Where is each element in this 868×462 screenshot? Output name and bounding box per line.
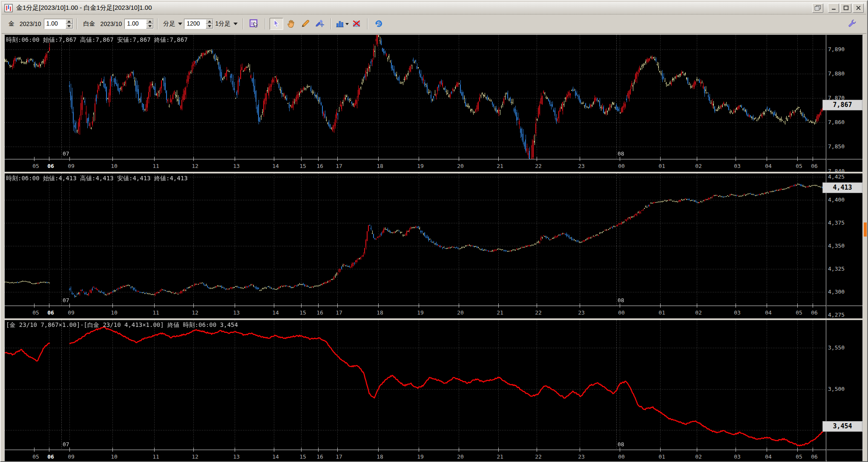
- time-tick-label: 06: [47, 163, 54, 169]
- gold-multiplier-spinner[interactable]: [66, 19, 73, 29]
- time-tick-label: 15: [299, 453, 306, 460]
- time-tick: [419, 450, 419, 452]
- marker-tool-button[interactable]: [313, 18, 327, 30]
- time-tick: [767, 306, 767, 308]
- platinum-chart-canvas[interactable]: [5, 173, 826, 306]
- gold-chart-canvas[interactable]: [5, 35, 826, 159]
- price-tick-label: 7,880: [828, 70, 845, 77]
- marker-crosshair-icon: [315, 19, 325, 29]
- time-tick: [318, 159, 319, 161]
- time-tick: [112, 450, 113, 452]
- hide-chart-button[interactable]: [350, 18, 363, 30]
- chevron-down-icon: [345, 23, 349, 25]
- time-tick-label: 19: [417, 163, 424, 169]
- time-tick: [49, 306, 49, 308]
- chart-style-button[interactable]: [335, 18, 349, 30]
- time-tick-label: 19: [417, 453, 424, 460]
- spin-down-button[interactable]: [66, 24, 73, 29]
- gold-multiplier-value[interactable]: 1.00: [44, 19, 66, 29]
- time-tick: [235, 159, 235, 161]
- maximize-button[interactable]: [840, 3, 851, 13]
- time-tick-label: 22: [535, 163, 542, 169]
- reload-button[interactable]: R: [372, 18, 385, 30]
- spin-up-button[interactable]: [206, 19, 213, 24]
- time-tick-label: 22: [535, 309, 542, 316]
- time-tick: [337, 450, 338, 452]
- time-tick-label: 05: [796, 453, 802, 460]
- time-tick-label: 15: [299, 309, 306, 316]
- time-tick: [697, 306, 697, 308]
- time-tick-label: 10: [111, 163, 118, 169]
- axis-border-line: [827, 159, 862, 159]
- platinum-info-text: 時刻:06:00 始値:4,413 高値:4,413 安値:4,413 終値:4…: [6, 175, 188, 182]
- bar-count-spinner[interactable]: [206, 19, 213, 29]
- time-tick-label: 02: [695, 163, 702, 169]
- time-tick: [34, 450, 34, 452]
- restore-layout-button[interactable]: [812, 3, 823, 13]
- draw-tool-button[interactable]: [299, 18, 312, 30]
- platinum-chart-plot[interactable]: 時刻:06:00 始値:4,413 高値:4,413 安値:4,413 終値:4…: [5, 173, 826, 306]
- time-tick-label: 01: [658, 309, 665, 316]
- price-tick-label: 4,425: [828, 173, 845, 180]
- close-button[interactable]: [853, 3, 864, 13]
- spin-down-button[interactable]: [146, 24, 153, 29]
- time-tick-label: 10: [111, 309, 118, 316]
- bar-count-spinbox[interactable]: 1200: [184, 19, 213, 29]
- spread-chart-plot[interactable]: [金 23/10 7,867×1.00]-[白金 23/10 4,413×1.0…: [5, 320, 826, 450]
- time-tick: [34, 306, 34, 308]
- price-tick-label: 4,375: [828, 219, 845, 226]
- minimize-button[interactable]: [828, 3, 839, 13]
- bar-count-value[interactable]: 1200: [184, 19, 206, 29]
- platinum-multiplier-spinner[interactable]: [146, 19, 153, 29]
- time-tick: [813, 306, 813, 308]
- platinum-multiplier-spinbox[interactable]: 1.00: [124, 19, 154, 29]
- time-tick: [697, 159, 697, 161]
- gold-chart-plot[interactable]: 時刻:06:00 始値:7,867 高値:7,867 安値:7,867 終値:7…: [5, 35, 826, 159]
- time-tick-label: 13: [233, 163, 240, 169]
- bar-interval-dropdown[interactable]: 1分足: [215, 20, 238, 28]
- time-tick-label: 11: [152, 453, 159, 460]
- toolbar-separator: [157, 18, 158, 29]
- time-tick-label: 21: [497, 163, 503, 169]
- time-tick-label: 00: [618, 309, 625, 316]
- spin-up-button[interactable]: [66, 19, 73, 24]
- time-tick: [274, 450, 274, 452]
- time-tick-label: 03: [734, 163, 741, 169]
- time-tick-label: 21: [497, 453, 503, 460]
- time-tick: [660, 159, 661, 161]
- spin-up-button[interactable]: [146, 19, 153, 24]
- chevron-down-icon: [178, 23, 182, 25]
- time-tick: [154, 450, 155, 452]
- app-window: 金1分足[2023/10]1.00 - 白金1分足[2023/10]1.00 金…: [0, 0, 868, 462]
- price-tick-label: 4,275: [828, 312, 845, 318]
- time-tick: [498, 306, 499, 308]
- time-tick: [459, 306, 459, 308]
- bar-type-dropdown[interactable]: 分足: [163, 20, 182, 28]
- gold-current-price: 7,867: [822, 100, 862, 110]
- titlebar[interactable]: 金1分足[2023/10]1.00 - 白金1分足[2023/10]1.00: [2, 2, 866, 14]
- platinum-multiplier-value[interactable]: 1.00: [125, 19, 146, 29]
- gold-info-text: 時刻:06:00 始値:7,867 高値:7,867 安値:7,867 終値:7…: [6, 36, 188, 44]
- settings-button[interactable]: [845, 18, 859, 30]
- time-tick: [797, 159, 798, 161]
- time-tick: [498, 159, 499, 161]
- time-tick: [459, 159, 459, 161]
- spread-chart-canvas[interactable]: [5, 320, 826, 450]
- time-tick-label: 16: [316, 163, 323, 169]
- time-tick: [580, 159, 580, 161]
- bar-chart-icon: [336, 19, 344, 29]
- spin-down-button[interactable]: [206, 24, 213, 29]
- pan-tool-button[interactable]: [284, 18, 298, 30]
- toolbar: 金 2023/10 1.00 白金 2023/10 1.00 分足 1200: [2, 14, 866, 34]
- chart-settings-button[interactable]: [247, 18, 261, 30]
- time-tick: [193, 450, 194, 452]
- gold-multiplier-spinbox[interactable]: 1.00: [44, 19, 73, 29]
- refresh-r-icon: R: [374, 19, 383, 29]
- time-tick: [419, 159, 419, 161]
- time-tick: [736, 450, 736, 452]
- time-tick: [274, 306, 274, 308]
- select-tool-button[interactable]: [270, 18, 283, 30]
- time-tick: [301, 306, 302, 308]
- time-tick: [620, 306, 620, 308]
- bar-interval-label: 1分足: [215, 20, 230, 28]
